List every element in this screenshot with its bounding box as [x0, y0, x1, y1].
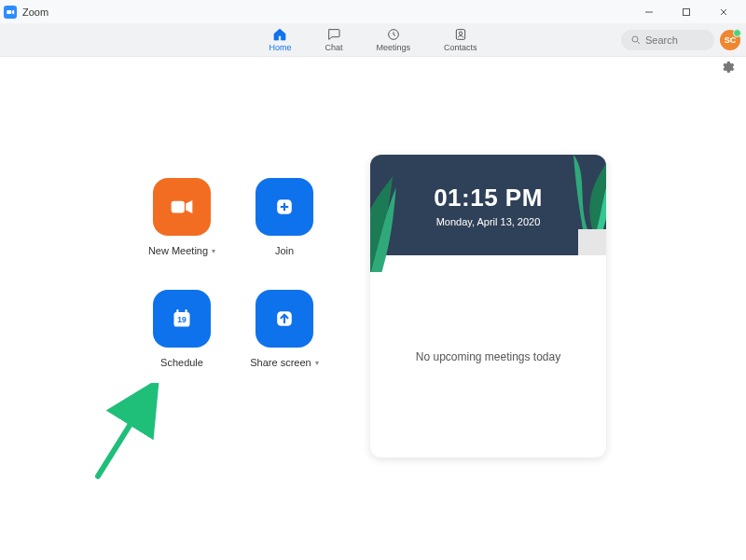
window-controls [630, 1, 742, 23]
action-new-meeting: New Meeting ▾ [131, 178, 233, 290]
plant-decoration-right [560, 155, 606, 255]
home-icon [272, 27, 287, 42]
schedule-button[interactable]: 19 [153, 290, 211, 348]
actions-area: New Meeting ▾ Join [0, 57, 373, 560]
svg-rect-17 [176, 309, 178, 314]
arrow-up-icon [269, 303, 300, 335]
nav-right: Search SC [621, 30, 740, 50]
close-button[interactable] [705, 1, 742, 23]
search-icon [630, 34, 642, 46]
new-meeting-label: New Meeting [148, 245, 208, 256]
maximize-button[interactable] [668, 1, 705, 23]
svg-rect-18 [186, 309, 187, 314]
svg-rect-11 [172, 201, 185, 213]
schedule-label: Schedule [160, 357, 203, 368]
svg-marker-12 [186, 200, 192, 213]
chevron-down-icon: ▾ [212, 247, 215, 255]
plus-icon [269, 191, 300, 223]
share-screen-label: Share screen [250, 357, 311, 368]
svg-marker-1 [12, 9, 14, 14]
card-header: 01:15 PM Monday, April 13, 2020 [370, 155, 606, 255]
chat-icon [326, 27, 341, 42]
window-title: Zoom [22, 7, 48, 18]
clock-icon [386, 27, 401, 42]
app-icon [4, 6, 17, 19]
new-meeting-label-row[interactable]: New Meeting ▾ [148, 245, 215, 256]
schedule-label-row: Schedule [160, 357, 203, 368]
action-join: Join [233, 178, 336, 290]
window-titlebar: Zoom [0, 0, 746, 23]
card-body: No upcoming meetings today [370, 255, 606, 458]
share-screen-button[interactable] [256, 290, 313, 348]
tab-chat[interactable]: Chat [319, 25, 348, 54]
new-meeting-button[interactable] [153, 178, 211, 236]
tab-home-label: Home [269, 43, 291, 52]
minimize-button[interactable] [630, 1, 668, 23]
navbar: Home Chat Meetings Contacts Search SC [0, 23, 746, 57]
calendar-day-text: 19 [177, 315, 186, 324]
svg-line-10 [638, 41, 641, 44]
svg-point-8 [459, 32, 462, 34]
tab-meetings[interactable]: Meetings [370, 25, 416, 54]
calendar-icon: 19 [166, 303, 198, 335]
svg-rect-0 [7, 9, 11, 13]
svg-line-21 [98, 402, 145, 476]
join-button[interactable] [256, 178, 313, 236]
avatar[interactable]: SC [720, 30, 740, 50]
avatar-initials: SC [725, 35, 737, 45]
action-share-screen: Share screen ▾ [233, 290, 336, 402]
tab-contacts-label: Contacts [444, 43, 477, 52]
tab-home[interactable]: Home [263, 25, 297, 54]
chevron-down-icon: ▾ [315, 359, 319, 367]
tab-contacts[interactable]: Contacts [438, 25, 483, 54]
svg-rect-3 [684, 8, 690, 15]
main-area: New Meeting ▾ Join [0, 57, 746, 560]
search-input[interactable]: Search [621, 30, 714, 50]
card-time: 01:15 PM [434, 184, 543, 212]
tab-meetings-label: Meetings [376, 43, 410, 52]
search-placeholder: Search [645, 34, 678, 46]
titlebar-left: Zoom [4, 6, 48, 19]
empty-meetings-text: No upcoming meetings today [416, 350, 560, 363]
action-schedule: 19 Schedule [131, 290, 233, 402]
tab-chat-label: Chat [325, 43, 342, 52]
nav-tabs: Home Chat Meetings Contacts [263, 25, 482, 54]
svg-rect-22 [578, 229, 606, 255]
action-grid: New Meeting ▾ Join [131, 178, 336, 402]
share-screen-label-row[interactable]: Share screen ▾ [250, 357, 318, 368]
info-card: 01:15 PM Monday, April 13, 2020 No upcom… [370, 155, 606, 458]
join-label-row: Join [275, 245, 294, 256]
contacts-icon [453, 27, 468, 42]
card-date: Monday, April 13, 2020 [436, 216, 541, 227]
plant-decoration-left [370, 155, 398, 272]
svg-point-9 [632, 36, 638, 42]
video-icon [166, 191, 198, 223]
join-label: Join [275, 245, 294, 256]
